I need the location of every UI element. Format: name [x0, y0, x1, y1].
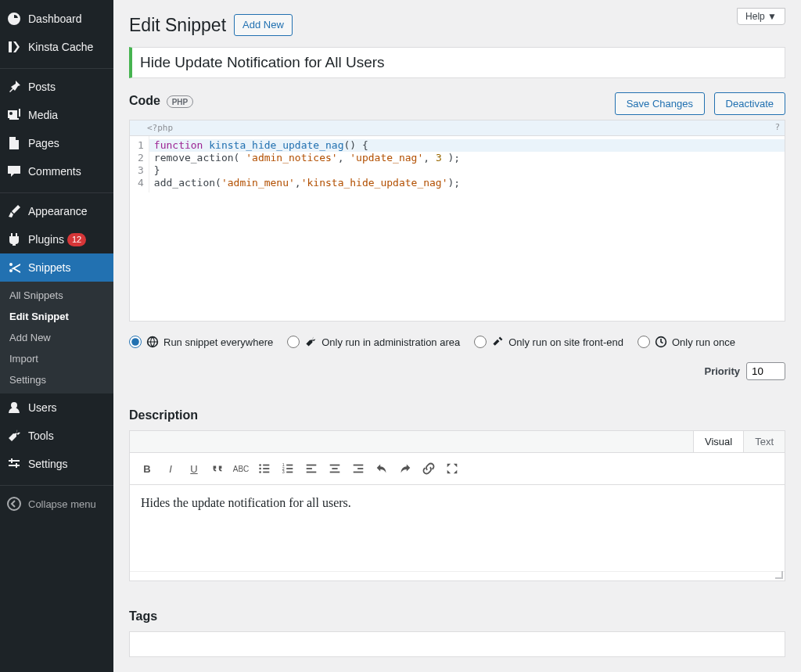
menu-settings[interactable]: Settings — [0, 450, 113, 478]
submenu-all-snippets[interactable]: All Snippets — [0, 285, 113, 306]
dashboard-icon — [6, 11, 22, 27]
collapse-menu[interactable]: Collapse menu — [0, 490, 113, 518]
save-changes-top-button[interactable]: Save Changes — [615, 92, 705, 115]
deactivate-button[interactable]: Deactivate — [714, 92, 785, 115]
svg-rect-6 — [263, 468, 269, 469]
scope-admin[interactable]: Only run in administration area — [287, 336, 460, 348]
hammer-icon — [491, 336, 504, 348]
svg-rect-20 — [330, 472, 340, 473]
italic-button[interactable]: I — [160, 458, 181, 480]
media-icon — [6, 107, 22, 123]
description-heading: Description — [129, 408, 785, 422]
add-new-button[interactable]: Add New — [234, 14, 293, 36]
submenu-settings[interactable]: Settings — [0, 369, 113, 390]
svg-rect-15 — [307, 465, 317, 466]
svg-rect-17 — [307, 472, 317, 473]
add-new-label: Add New — [242, 19, 284, 31]
bullet-list-button[interactable] — [253, 458, 275, 480]
scope-once[interactable]: Only run once — [638, 336, 735, 348]
description-box: Visual Text B I U ABC 123 Hides the — [129, 430, 785, 581]
menu-snippets[interactable]: Snippets — [0, 253, 113, 282]
clock-icon — [655, 336, 667, 348]
save-label: Save Changes — [627, 98, 693, 110]
priority-group: Priority — [704, 362, 785, 380]
menu-pages[interactable]: Pages — [0, 129, 113, 157]
quote-button[interactable] — [207, 458, 228, 480]
submenu-label: Settings — [9, 374, 46, 386]
submenu-label: Add New — [9, 332, 51, 343]
menu-separator — [0, 189, 113, 193]
editor-toolbar: B I U ABC 123 — [130, 453, 785, 485]
menu-tools[interactable]: Tools — [0, 422, 113, 450]
underline-button[interactable]: U — [183, 458, 205, 480]
plugin-icon — [6, 232, 22, 247]
priority-input[interactable] — [746, 362, 785, 380]
scope-radio[interactable] — [287, 336, 300, 348]
svg-point-3 — [259, 464, 261, 466]
php-pill: PHP — [167, 95, 194, 108]
snippets-submenu: All Snippets Edit Snippet Add New Import… — [0, 282, 113, 393]
code-editor[interactable]: <?php ? 1234 function kinsta_hide_update… — [129, 120, 785, 322]
submenu-add-new[interactable]: Add New — [0, 327, 113, 348]
link-button[interactable] — [418, 458, 440, 480]
menu-posts[interactable]: Posts — [0, 73, 113, 101]
menu-users[interactable]: Users — [0, 393, 113, 422]
menu-label: Snippets — [28, 261, 70, 274]
undo-button[interactable] — [371, 458, 393, 480]
numbered-list-button[interactable]: 123 — [277, 458, 299, 480]
align-center-button[interactable] — [324, 458, 346, 480]
scope-label: Run snippet everywhere — [163, 336, 273, 348]
visual-tab[interactable]: Visual — [693, 431, 743, 452]
help-tab[interactable]: Help ▼ — [737, 8, 785, 25]
menu-kinsta[interactable]: Kinsta Cache — [0, 33, 113, 61]
redo-button[interactable] — [394, 458, 416, 480]
scope-radio[interactable] — [638, 336, 650, 348]
menu-media[interactable]: Media — [0, 101, 113, 129]
menu-label: Pages — [28, 137, 59, 149]
scope-everywhere[interactable]: Run snippet everywhere — [129, 336, 273, 348]
menu-label: Appearance — [28, 205, 88, 217]
scope-row: Run snippet everywhere Only run in admin… — [129, 336, 785, 380]
description-resize-handle[interactable] — [130, 571, 785, 580]
page-title: Edit Snippet — [129, 15, 226, 36]
submenu-label: Import — [9, 353, 38, 365]
scope-label: Only run in administration area — [321, 336, 460, 348]
menu-label: Kinsta Cache — [28, 41, 93, 53]
menu-label: Media — [28, 109, 58, 121]
svg-point-5 — [259, 468, 261, 470]
scope-radio[interactable] — [129, 336, 142, 348]
globe-icon — [146, 336, 159, 348]
scissors-icon — [6, 260, 22, 275]
menu-label: Plugins — [28, 233, 64, 246]
description-text: Hides the update notification for all us… — [141, 496, 351, 509]
description-tabs: Visual Text — [130, 431, 785, 453]
tags-heading: Tags — [129, 609, 785, 623]
bold-button[interactable]: B — [136, 458, 158, 480]
fullscreen-button[interactable] — [441, 458, 463, 480]
submenu-edit-snippet[interactable]: Edit Snippet — [0, 306, 113, 327]
menu-dashboard[interactable]: Dashboard — [0, 5, 113, 33]
align-right-button[interactable] — [347, 458, 369, 480]
text-tab[interactable]: Text — [743, 431, 785, 452]
menu-appearance[interactable]: Appearance — [0, 197, 113, 225]
snippet-title-input[interactable] — [129, 47, 785, 78]
code-header: Code PHP Save Changes Deactivate — [129, 92, 785, 115]
svg-rect-19 — [332, 468, 337, 469]
description-editor[interactable]: Hides the update notification for all us… — [130, 485, 785, 571]
align-left-button[interactable] — [300, 458, 322, 480]
main-content: Help ▼ Edit Snippet Add New Code PHP Sav… — [113, 0, 801, 672]
submenu-label: Edit Snippet — [9, 311, 69, 322]
svg-point-7 — [259, 471, 261, 473]
submenu-import[interactable]: Import — [0, 348, 113, 369]
menu-label: Dashboard — [28, 13, 82, 25]
scope-radio[interactable] — [474, 336, 487, 348]
menu-plugins[interactable]: Plugins 12 — [0, 225, 113, 253]
code-body[interactable]: function kinsta_hide_update_nag() {remov… — [149, 136, 785, 192]
scope-frontend[interactable]: Only run on site front-end — [474, 336, 623, 348]
strikethrough-button[interactable]: ABC — [230, 458, 252, 480]
tab-label: Visual — [705, 436, 732, 447]
menu-label: Settings — [28, 458, 68, 470]
tags-input[interactable] — [129, 631, 785, 657]
pin-icon — [6, 79, 22, 95]
menu-comments[interactable]: Comments — [0, 157, 113, 185]
